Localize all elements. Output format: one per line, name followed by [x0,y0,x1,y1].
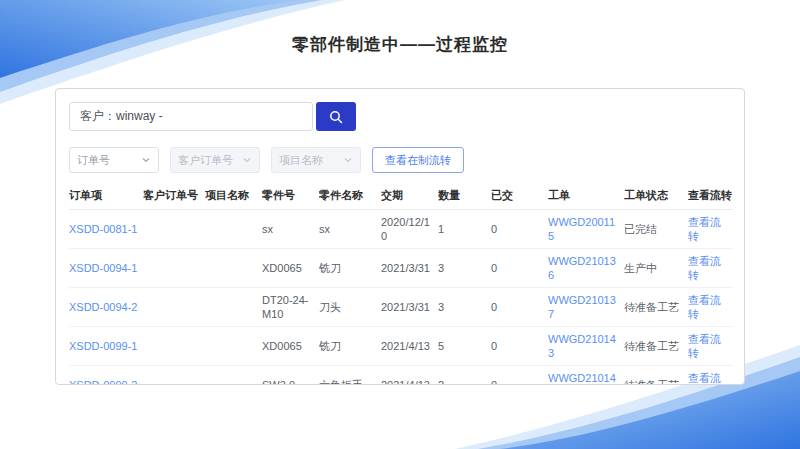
column-header-9: 工单状态 [624,181,688,210]
customer-order-no-select: 客户订单号 [170,147,260,173]
qty-cell: 5 [438,327,491,366]
work-order-link[interactable]: WWGD200115 [548,210,624,249]
view-flow-link[interactable]: 查看流转 [688,288,733,327]
work-order-link[interactable]: WWGD210136 [548,249,624,288]
part-no-cell: DT20-24-M10 [262,288,319,327]
order-item-link[interactable]: XSDD-0081-1 [69,210,143,249]
project-name-cell [205,288,262,327]
order-no-select[interactable]: 订单号 [69,147,159,173]
project-name-cell [205,210,262,249]
status-cell: 待准备工艺 [624,366,688,386]
project-name-select-placeholder: 项目名称 [279,153,323,168]
due-date-cell: 2021/3/31 [381,288,438,327]
part-no-cell: XD0065 [262,249,319,288]
part-no-cell: XD0065 [262,327,319,366]
qty-cell: 3 [438,249,491,288]
table-row: XSDD-0094-1XD0065铣刀2021/3/3130WWGD210136… [69,249,733,288]
chevron-down-icon [141,155,151,165]
delivered-cell: 0 [491,210,548,249]
delivered-cell: 0 [491,366,548,386]
orders-table: 订单项客户订单号项目名称零件号零件名称交期数量已交工单工单状态查看流转 XSDD… [69,181,733,385]
delivered-cell: 0 [491,327,548,366]
view-flow-link[interactable]: 查看流转 [688,210,733,249]
table-row: XSDD-0081-1sxsx2020/12/1010WWGD200115已完结… [69,210,733,249]
status-cell: 待准备工艺 [624,327,688,366]
part-no-cell: SW3.0 [262,366,319,386]
column-header-10: 查看流转 [688,181,733,210]
search-icon [328,109,344,125]
column-header-7: 已交 [491,181,548,210]
qty-cell: 1 [438,210,491,249]
customer-order-no-cell [143,327,205,366]
customer-order-no-cell [143,366,205,386]
column-header-1: 客户订单号 [143,181,205,210]
due-date-cell: 2021/3/31 [381,249,438,288]
chevron-down-icon [242,155,252,165]
status-cell: 待准备工艺 [624,288,688,327]
order-item-link[interactable]: XSDD-0094-2 [69,288,143,327]
column-header-3: 零件号 [262,181,319,210]
status-cell: 已完结 [624,210,688,249]
view-flow-link[interactable]: 查看流转 [688,366,733,386]
part-name-cell: 铣刀 [319,327,381,366]
order-item-link[interactable]: XSDD-0099-2 [69,366,143,386]
project-name-cell [205,327,262,366]
column-header-4: 零件名称 [319,181,381,210]
order-item-link[interactable]: XSDD-0094-1 [69,249,143,288]
view-in-process-flow-button[interactable]: 查看在制流转 [372,147,464,173]
part-name-cell: sx [319,210,381,249]
part-no-cell: sx [262,210,319,249]
order-no-select-placeholder: 订单号 [77,153,110,168]
header-row: 订单项客户订单号项目名称零件号零件名称交期数量已交工单工单状态查看流转 [69,181,733,210]
qty-cell: 2 [438,366,491,386]
part-name-cell: 铣刀 [319,249,381,288]
qty-cell: 3 [438,288,491,327]
project-name-cell [205,366,262,386]
due-date-cell: 2021/4/13 [381,366,438,386]
part-name-cell: 刀头 [319,288,381,327]
results-panel: 订单号 客户订单号 项目名称 查看在制流转 订单项客户订单号项目名称 [55,88,745,385]
customer-order-no-cell [143,210,205,249]
work-order-link[interactable]: WWGD210144 [548,366,624,386]
search-button[interactable] [316,102,356,131]
work-order-link[interactable]: WWGD210137 [548,288,624,327]
project-name-cell [205,249,262,288]
table-row: XSDD-0099-1XD0065铣刀2021/4/1350WWGD210143… [69,327,733,366]
column-header-0: 订单项 [69,181,143,210]
column-header-8: 工单 [548,181,624,210]
orders-table-header: 订单项客户订单号项目名称零件号零件名称交期数量已交工单工单状态查看流转 [69,181,733,210]
view-flow-link[interactable]: 查看流转 [688,249,733,288]
chevron-down-icon [343,155,353,165]
work-order-link[interactable]: WWGD210143 [548,327,624,366]
part-name-cell: 六角扳手 [319,366,381,386]
due-date-cell: 2020/12/10 [381,210,438,249]
column-header-6: 数量 [438,181,491,210]
status-cell: 生产中 [624,249,688,288]
page-title: 零部件制造中——过程监控 [0,33,800,56]
project-name-select: 项目名称 [271,147,361,173]
customer-order-no-select-placeholder: 客户订单号 [178,153,233,168]
delivered-cell: 0 [491,288,548,327]
customer-order-no-cell [143,288,205,327]
customer-search-input[interactable] [69,102,313,131]
customer-order-no-cell [143,249,205,288]
filter-row: 订单号 客户订单号 项目名称 查看在制流转 [69,147,731,173]
delivered-cell: 0 [491,249,548,288]
table-row: XSDD-0094-2DT20-24-M10刀头2021/3/3130WWGD2… [69,288,733,327]
view-flow-link[interactable]: 查看流转 [688,327,733,366]
orders-table-body: XSDD-0081-1sxsx2020/12/1010WWGD200115已完结… [69,210,733,386]
column-header-5: 交期 [381,181,438,210]
column-header-2: 项目名称 [205,181,262,210]
order-item-link[interactable]: XSDD-0099-1 [69,327,143,366]
due-date-cell: 2021/4/13 [381,327,438,366]
table-row: XSDD-0099-2SW3.0六角扳手2021/4/1320WWGD21014… [69,366,733,386]
search-row [69,102,731,131]
